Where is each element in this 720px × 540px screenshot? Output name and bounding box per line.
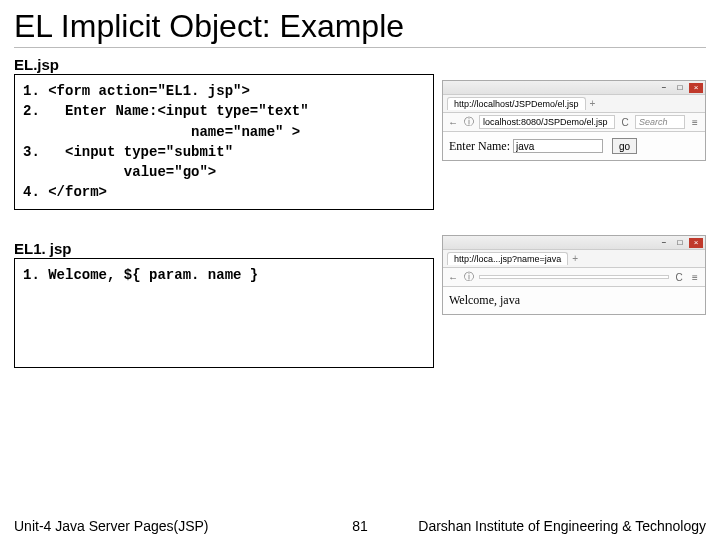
minimize-button[interactable]: −	[657, 83, 671, 93]
browser1-address[interactable]: localhost:8080/JSPDemo/el.jsp	[479, 115, 615, 129]
browser1-urlbar: ← ⓘ localhost:8080/JSPDemo/el.jsp C Sear…	[443, 113, 705, 132]
browser2-body: Welcome, java	[443, 287, 705, 314]
footer-unit: Unit-4 Java Server Pages(JSP)	[14, 518, 330, 534]
slide-footer: Unit-4 Java Server Pages(JSP) 81 Darshan…	[14, 518, 706, 534]
browser1-tab[interactable]: http://localhost/JSPDemo/el.jsp	[447, 97, 586, 110]
maximize-button[interactable]: □	[673, 238, 687, 248]
new-tab-icon[interactable]: +	[572, 253, 578, 264]
nav-back-icon[interactable]: ←	[447, 272, 459, 283]
globe-icon: ⓘ	[463, 270, 475, 284]
content-area: EL.jsp 1. <form action="EL1. jsp"> 2. En…	[0, 54, 720, 368]
file2-label: EL1. jsp	[14, 240, 434, 257]
browser1-titlebar: − □ ×	[443, 81, 705, 95]
slide-title: EL Implicit Object: Example	[0, 0, 720, 47]
maximize-button[interactable]: □	[673, 83, 687, 93]
welcome-text: Welcome, java	[449, 293, 520, 307]
browser2-tab[interactable]: http://loca...jsp?name=java	[447, 252, 568, 265]
file2-code: 1. Welcome, ${ param. name }	[14, 258, 434, 368]
name-input[interactable]	[513, 139, 603, 153]
menu-icon[interactable]: ≡	[689, 117, 701, 128]
new-tab-icon[interactable]: +	[590, 98, 596, 109]
browser2-urlbar: ← ⓘ C ≡	[443, 268, 705, 287]
nav-back-icon[interactable]: ←	[447, 117, 459, 128]
title-underline	[14, 47, 706, 48]
menu-icon[interactable]: ≡	[689, 272, 701, 283]
browser2-address[interactable]	[479, 275, 669, 279]
close-button[interactable]: ×	[689, 238, 703, 248]
browser1-tabbar: http://localhost/JSPDemo/el.jsp +	[443, 95, 705, 113]
file1-label: EL.jsp	[14, 56, 434, 73]
browser1-search[interactable]: Search	[635, 115, 685, 129]
right-column: − □ × http://localhost/JSPDemo/el.jsp + …	[442, 54, 706, 368]
browser-mock-2: − □ × http://loca...jsp?name=java + ← ⓘ …	[442, 235, 706, 315]
browser2-titlebar: − □ ×	[443, 236, 705, 250]
browser-mock-1: − □ × http://localhost/JSPDemo/el.jsp + …	[442, 80, 706, 161]
minimize-button[interactable]: −	[657, 238, 671, 248]
footer-org: Darshan Institute of Engineering & Techn…	[390, 518, 706, 534]
reload-icon[interactable]: C	[673, 272, 685, 283]
browser2-tabbar: http://loca...jsp?name=java +	[443, 250, 705, 268]
reload-icon[interactable]: C	[619, 117, 631, 128]
file1-code: 1. <form action="EL1. jsp"> 2. Enter Nam…	[14, 74, 434, 210]
form-label: Enter Name:	[449, 139, 510, 153]
globe-icon: ⓘ	[463, 115, 475, 129]
close-button[interactable]: ×	[689, 83, 703, 93]
go-button[interactable]	[612, 138, 637, 154]
footer-page: 81	[330, 518, 390, 534]
browser1-body: Enter Name:	[443, 132, 705, 160]
left-column: EL.jsp 1. <form action="EL1. jsp"> 2. En…	[14, 54, 434, 368]
